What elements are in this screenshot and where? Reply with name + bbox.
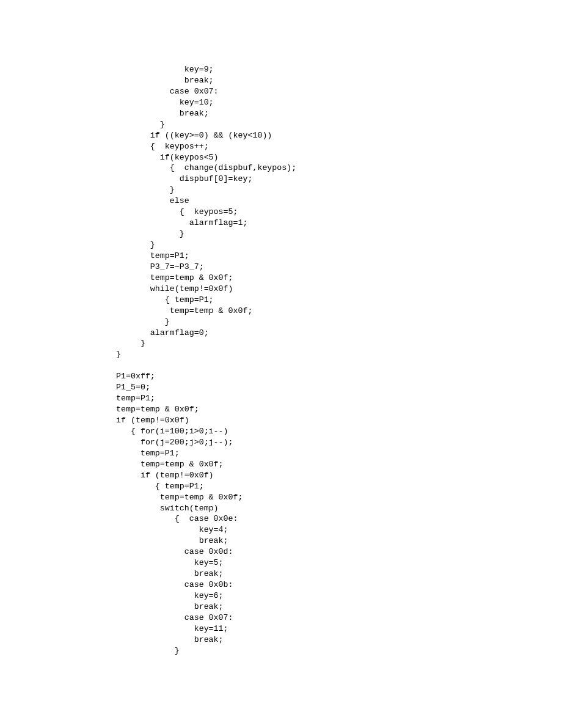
code-page: key=9; break; case 0x07: key=10; break; … (0, 0, 562, 728)
code-line: while(temp!=0x0f) (116, 284, 562, 295)
code-line: case 0x0b: (116, 579, 562, 590)
code-line: switch(temp) (116, 503, 562, 514)
code-line: if (temp!=0x0f) (116, 415, 562, 426)
code-line: { temp=P1; (116, 481, 562, 492)
code-line: key=9; (116, 64, 562, 75)
code-line: if (temp!=0x0f) (116, 470, 562, 481)
code-line: { keypos++; (116, 141, 562, 152)
code-line: key=4; (116, 524, 562, 535)
code-line: P1_5=0; (116, 382, 562, 393)
code-line: } (116, 185, 562, 196)
code-line: alarmflag=1; (116, 218, 562, 229)
code-line: } (116, 338, 562, 349)
code-line: P1=0xff; (116, 371, 562, 382)
code-line: { keypos=5; (116, 207, 562, 218)
code-line: { change(dispbuf,keypos); (116, 163, 562, 174)
code-line: key=10; (116, 97, 562, 108)
code-line: { case 0x0e: (116, 513, 562, 524)
code-line: alarmflag=0; (116, 328, 562, 339)
code-line: { for(i=100;i>0;i--) (116, 426, 562, 437)
code-line: else (116, 196, 562, 207)
code-line: } (116, 317, 562, 328)
code-line: temp=temp & 0x0f; (116, 306, 562, 317)
code-line: break; (116, 108, 562, 119)
code-line: dispbuf[0]=key; (116, 174, 562, 185)
code-line: if ((key>=0) && (key<10)) (116, 130, 562, 141)
code-line: temp=P1; (116, 448, 562, 459)
code-line: temp=temp & 0x0f; (116, 492, 562, 503)
code-line: for(j=200;j>0;j--); (116, 437, 562, 448)
code-line: key=11; (116, 623, 562, 634)
code-line: temp=temp & 0x0f; (116, 273, 562, 284)
code-line: } (116, 119, 562, 130)
code-line: break; (116, 535, 562, 546)
code-line: } (116, 645, 562, 656)
code-line: if(keypos<5) (116, 152, 562, 163)
code-line: P3_7=~P3_7; (116, 262, 562, 273)
code-line: break; (116, 634, 562, 645)
code-line: case 0x0d: (116, 546, 562, 557)
code-line: temp=temp & 0x0f; (116, 459, 562, 470)
code-line: break; (116, 568, 562, 579)
code-line: break; (116, 75, 562, 86)
code-line: temp=P1; (116, 393, 562, 404)
code-line: break; (116, 601, 562, 612)
code-line: } (116, 349, 562, 360)
code-line (116, 360, 562, 371)
code-line: case 0x07: (116, 612, 562, 623)
code-line: key=5; (116, 557, 562, 568)
code-line: case 0x07: (116, 86, 562, 97)
code-line: temp=temp & 0x0f; (116, 404, 562, 415)
code-line: } (116, 229, 562, 240)
code-line: } (116, 240, 562, 251)
code-block: key=9; break; case 0x07: key=10; break; … (116, 64, 562, 656)
code-line: { temp=P1; (116, 295, 562, 306)
code-line: temp=P1; (116, 251, 562, 262)
code-line: key=6; (116, 590, 562, 601)
